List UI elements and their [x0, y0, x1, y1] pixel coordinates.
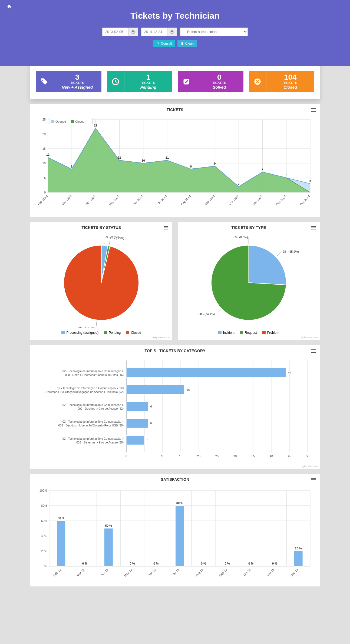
check-icon: [178, 71, 195, 92]
svg-text:9: 9: [214, 162, 216, 165]
svg-text:Oct-2013: Oct-2013: [228, 195, 239, 205]
svg-text:44: 44: [288, 371, 291, 375]
chart-menu-icon[interactable]: [311, 477, 316, 482]
svg-text:Closed: Closed: [75, 120, 84, 123]
svg-text:Dec-2013: Dec-2013: [275, 195, 287, 206]
svg-text:8: 8: [190, 165, 192, 168]
svg-text:May-13: May-13: [123, 568, 133, 577]
svg-text:10: 10: [42, 162, 46, 165]
svg-text:0%: 0%: [43, 565, 47, 568]
svg-rect-145: [176, 506, 184, 566]
svg-text:2: 2: [238, 182, 239, 185]
svg-text:02 - Tecnologia de Informação : 02 - Tecnologia de Informação e Comunica…: [57, 386, 124, 390]
svg-text:25: 25: [215, 455, 219, 458]
svg-text:Jul-13: Jul-13: [172, 568, 180, 576]
svg-text:3: 3: [309, 179, 311, 183]
svg-rect-54: [71, 120, 74, 123]
svg-rect-136: [104, 528, 113, 566]
svg-text:Jul-2013: Jul-2013: [157, 195, 167, 205]
svg-rect-52: [51, 120, 54, 123]
chart-menu-icon[interactable]: [164, 225, 168, 230]
svg-text:11: 11: [166, 156, 169, 159]
close-circle-icon: [249, 71, 266, 92]
svg-text:Jun-2013: Jun-2013: [133, 195, 144, 206]
stat-pending[interactable]: 1 TICKETS Pending: [107, 71, 173, 92]
status-chart-panel: TICKETS BY STATUS 3 - (2.8%)1 - (0.9%)10…: [30, 222, 172, 340]
svg-text:104 - (96.3%): 104 - (96.3%): [77, 326, 95, 328]
svg-text:0 %: 0 %: [153, 562, 159, 565]
svg-text:45: 45: [288, 455, 291, 458]
svg-text:Apr-13: Apr-13: [100, 568, 109, 577]
type-pie-chart: 28 - (25.9%)80 - (74.1%)0 - (0.0%): [182, 232, 316, 328]
svg-rect-89: [126, 385, 184, 394]
svg-text:20%: 20%: [41, 549, 47, 553]
technician-select[interactable]: – Select a technician –: [180, 28, 248, 36]
date-to-calendar-icon[interactable]: [167, 28, 177, 36]
svg-text:6: 6: [150, 405, 152, 408]
svg-text:30: 30: [233, 455, 237, 458]
svg-text:22: 22: [94, 124, 97, 127]
svg-text:0 %: 0 %: [272, 562, 277, 565]
svg-text:5: 5: [144, 455, 145, 458]
svg-text:Sep-2013: Sep-2013: [204, 195, 215, 206]
svg-text:Nov-13: Nov-13: [266, 568, 275, 577]
svg-text:12: 12: [46, 153, 49, 156]
svg-text:1 - (0.9%): 1 - (0.9%): [111, 236, 124, 240]
stat-new-assigned[interactable]: 3 TICKETS New + Assigned: [36, 71, 101, 92]
clean-button[interactable]: Clean: [177, 40, 197, 47]
svg-text:50: 50: [306, 455, 309, 458]
svg-text:5: 5: [286, 173, 287, 177]
svg-text:0 %: 0 %: [224, 562, 230, 565]
svg-rect-130: [57, 521, 65, 566]
page-title: Tickets by Technician: [0, 11, 350, 21]
chart-menu-icon[interactable]: [311, 225, 316, 230]
svg-text:5: 5: [44, 176, 46, 179]
svg-text:Opened: Opened: [55, 120, 66, 123]
chart-menu-icon[interactable]: [311, 108, 316, 112]
svg-text:Mar-13: Mar-13: [76, 568, 85, 577]
svg-text:Aug-13: Aug-13: [195, 568, 204, 577]
date-from-input[interactable]: [103, 28, 128, 36]
svg-rect-101: [126, 436, 144, 445]
category-chart-panel: TOP 5 - TICKETS BY CATEGORY 051015202530…: [30, 345, 320, 469]
svg-text:20 %: 20 %: [295, 547, 302, 550]
chart-menu-icon[interactable]: [311, 349, 316, 353]
svg-text:20: 20: [197, 455, 200, 458]
category-bar-chart: 051015202530354045504402 - Tecnologia de…: [34, 355, 316, 463]
status-pie-chart: 3 - (2.8%)1 - (0.9%)104 - (96.3%): [34, 232, 168, 328]
consult-button[interactable]: Consult: [153, 40, 175, 47]
svg-text:35: 35: [252, 455, 255, 458]
svg-text:0: 0: [126, 455, 127, 458]
svg-text:003 - Sistemas > Erro de Acess: 003 - Sistemas > Erro de Acesso (35): [76, 441, 124, 444]
svg-text:02 - Tecnologia de Informação : 02 - Tecnologia de Informação e Comunica…: [62, 403, 124, 406]
svg-text:Aug-2013: Aug-2013: [180, 195, 191, 206]
svg-text:0 %: 0 %: [130, 562, 135, 565]
svg-rect-97: [126, 419, 148, 428]
svg-text:100%: 100%: [39, 489, 47, 492]
stat-closed[interactable]: 104 TICKETS Closed: [249, 71, 315, 92]
tags-icon: [36, 71, 53, 92]
clock-icon: [107, 71, 124, 92]
search-icon: [156, 42, 160, 45]
svg-text:Nov-2013: Nov-2013: [252, 195, 263, 206]
tickets-area-chart: 051015202512822111011892753Feb-2013Mar-2…: [34, 114, 316, 211]
svg-text:- Sistemas > Solicitação/Revog: - Sistemas > Solicitação/Revogação de Ac…: [44, 390, 124, 393]
svg-text:25: 25: [42, 118, 46, 121]
svg-text:50 %: 50 %: [105, 524, 112, 527]
svg-text:Apr-2013: Apr-2013: [85, 195, 96, 205]
home-icon[interactable]: [7, 4, 12, 9]
svg-text:5: 5: [147, 439, 148, 442]
svg-text:002 - Desktop > Liberação/Bloq: 002 - Desktop > Liberação/Bloqueio Porta…: [58, 424, 124, 427]
svg-rect-160: [294, 551, 303, 566]
date-to-group: [141, 28, 177, 36]
svg-text:0 %: 0 %: [82, 562, 87, 565]
date-to-input[interactable]: [141, 28, 167, 36]
svg-text:0 - (0.0%): 0 - (0.0%): [235, 236, 248, 239]
stat-solved[interactable]: 0 TICKETS Solved: [178, 71, 243, 92]
date-from-calendar-icon[interactable]: [128, 28, 138, 36]
svg-text:28 - (25.9%): 28 - (25.9%): [283, 250, 299, 253]
svg-text:Dec-2014: Dec-2014: [299, 195, 311, 206]
svg-text:6: 6: [150, 422, 152, 425]
svg-text:40%: 40%: [41, 534, 47, 538]
svg-text:Jun-13: Jun-13: [148, 568, 156, 577]
